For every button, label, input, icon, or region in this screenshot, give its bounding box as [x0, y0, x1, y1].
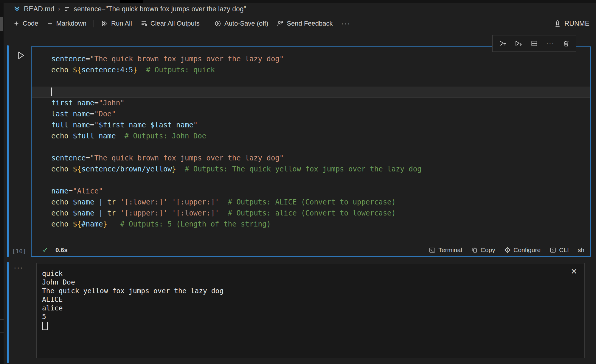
breadcrumb-symbol[interactable]: sentence="The quick brown fox jumps over…: [74, 5, 246, 13]
run-all-icon: [101, 20, 108, 27]
clear-outputs-icon: [140, 20, 148, 27]
feedback-person-icon: [277, 20, 284, 27]
cell-language-label: sh: [578, 246, 584, 254]
cli-label: CLI: [559, 246, 569, 254]
cell-status-left: ✓ 0.6s: [32, 246, 68, 254]
output-line: 5: [42, 313, 584, 321]
cell-status-right: Terminal Copy ⚙ Configure: [429, 246, 590, 254]
symbol-list-icon: [64, 5, 71, 13]
toolbar-divider: [207, 20, 207, 27]
cell-focus-bar: [7, 45, 9, 257]
code-line[interactable]: echo ${#name} # Outputs: 5 (Length of th…: [51, 219, 590, 230]
run-cell-button[interactable]: [15, 50, 26, 61]
plus-icon: [13, 20, 20, 27]
cli-button[interactable]: CLI: [550, 246, 569, 254]
notebook-cell: sentence="The quick brown fox jumps over…: [31, 46, 591, 257]
code-lines: sentence="The quick brown fox jumps over…: [51, 54, 590, 230]
cell-toolbar: ···: [492, 35, 576, 52]
execute-above-button[interactable]: [496, 38, 508, 49]
configure-button[interactable]: ⚙ Configure: [504, 246, 541, 254]
add-markdown-label: Markdown: [56, 20, 86, 27]
breadcrumb: READ.md › sentence="The quick brown fox …: [13, 4, 246, 14]
output-line: alice: [42, 304, 584, 313]
vscode-notebook-window: READ.md › sentence="The quick brown fox …: [0, 0, 596, 364]
code-line[interactable]: sentence="The quick brown fox jumps over…: [51, 54, 590, 65]
runme-brand: RUNME: [554, 20, 589, 28]
code-line[interactable]: echo ${sentence/brown/yellow} # Outputs:…: [51, 164, 590, 175]
toolbar-divider: [94, 20, 94, 27]
output-line: The quick yellow fox jumps over the lazy…: [42, 287, 584, 295]
code-line[interactable]: [32, 87, 590, 98]
execute-below-button[interactable]: [513, 38, 524, 49]
cli-lightning-icon: [550, 247, 556, 254]
output-focus-bar: [7, 262, 9, 363]
copy-icon: [471, 247, 478, 254]
tab-gap: [120, 0, 143, 3]
add-code-label: Code: [23, 20, 38, 27]
auto-save-label: Auto-Save (off): [224, 20, 268, 27]
copy-label: Copy: [481, 246, 495, 254]
delete-cell-button[interactable]: [560, 38, 572, 49]
code-line[interactable]: echo $name | tr '[:upper:]' '[:lower:]' …: [51, 208, 590, 219]
clear-all-outputs-button[interactable]: Clear All Outputs: [136, 18, 204, 29]
cell-language-indicator[interactable]: sh: [578, 246, 584, 254]
output-lines: quickJohn DoeThe quick yellow fox jumps …: [37, 263, 584, 330]
terminal-cursor: [42, 322, 48, 330]
configure-label: Configure: [513, 246, 541, 254]
code-line[interactable]: echo $name | tr '[:lower:]' '[:upper:]' …: [51, 197, 590, 208]
cell-more-actions-button[interactable]: ···: [544, 38, 556, 49]
code-line[interactable]: [51, 76, 590, 87]
clear-all-outputs-label: Clear All Outputs: [150, 20, 200, 27]
terminal-label: Terminal: [438, 246, 462, 254]
code-line[interactable]: first_name="John": [51, 98, 590, 109]
code-line[interactable]: [51, 175, 590, 186]
terminal-icon: [429, 247, 436, 254]
code-editor[interactable]: sentence="The quick brown fox jumps over…: [32, 47, 590, 244]
tab-bar-edge: [0, 0, 596, 3]
split-cell-button[interactable]: [528, 38, 540, 49]
toolbar-more-button[interactable]: ···: [337, 19, 355, 28]
success-check-icon: ✓: [42, 246, 48, 254]
execution-count: [10]: [12, 248, 26, 255]
left-rail: [0, 3, 4, 364]
plus-icon: [47, 20, 53, 27]
code-line[interactable]: echo ${sentence:4:5} # Outputs: quick: [51, 65, 590, 76]
notebook-toolbar: Code Markdown Run All Clear All Output: [9, 16, 589, 31]
add-code-cell-button[interactable]: Code: [9, 18, 43, 29]
runme-rocket-icon: [554, 20, 561, 27]
code-line[interactable]: name="Alice": [51, 186, 590, 197]
output-panel[interactable]: quickJohn DoeThe quick yellow fox jumps …: [36, 263, 585, 358]
gear-icon: ⚙: [504, 246, 511, 254]
output-line: ALICE: [42, 295, 584, 304]
output-line: John Doe: [42, 278, 584, 287]
terminal-button[interactable]: Terminal: [429, 246, 462, 254]
runme-label: RUNME: [564, 20, 589, 28]
rail-divider: [0, 319, 4, 320]
scrollbar-thumb[interactable]: [0, 17, 3, 31]
add-markdown-cell-button[interactable]: Markdown: [43, 18, 91, 29]
run-all-label: Run All: [111, 20, 132, 27]
code-line[interactable]: echo $full_name # Outputs: John Doe: [51, 131, 590, 142]
send-feedback-label: Send Feedback: [287, 20, 333, 27]
code-line[interactable]: full_name="$first_name $last_name": [51, 120, 590, 131]
code-line[interactable]: sentence="The quick brown fox jumps over…: [51, 153, 590, 164]
send-feedback-button[interactable]: Send Feedback: [272, 18, 337, 29]
copy-button[interactable]: Copy: [471, 246, 495, 254]
code-line[interactable]: last_name="Doe": [51, 109, 590, 120]
auto-save-icon: [214, 20, 221, 27]
runme-file-icon: [13, 5, 21, 13]
rail-divider: [0, 332, 4, 333]
close-output-button[interactable]: ✕: [571, 268, 577, 275]
text-cursor: [51, 88, 52, 96]
run-all-button[interactable]: Run All: [97, 18, 136, 29]
output-collapse-button[interactable]: ···: [14, 263, 23, 272]
output-line: quick: [42, 269, 584, 278]
auto-save-toggle[interactable]: Auto-Save (off): [210, 18, 273, 29]
breadcrumb-separator: ›: [58, 5, 60, 13]
code-line[interactable]: [51, 142, 590, 153]
breadcrumb-file[interactable]: READ.md: [24, 5, 54, 13]
execution-duration: 0.6s: [55, 246, 68, 254]
cell-status-bar: ✓ 0.6s Terminal: [32, 244, 590, 256]
